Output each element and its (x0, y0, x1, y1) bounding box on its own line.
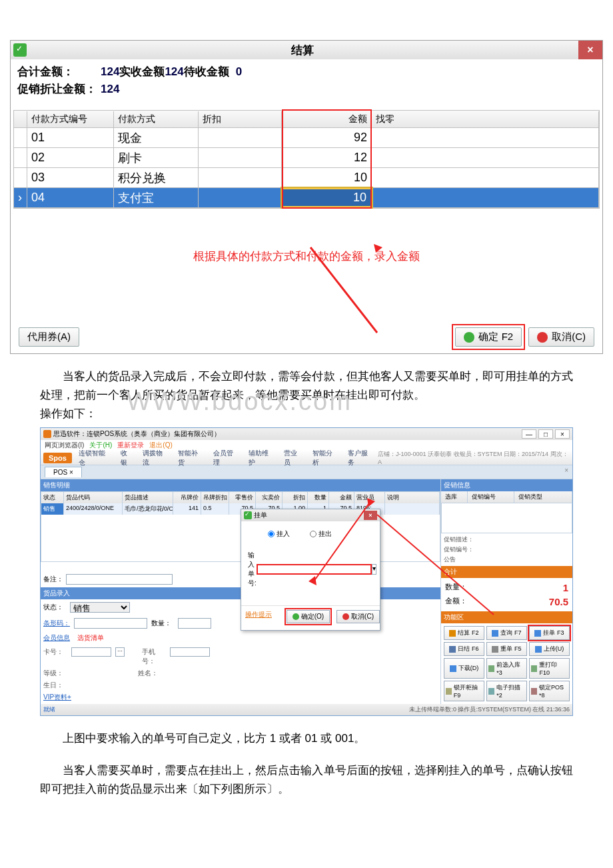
actual-label: 实收金额 (119, 65, 165, 78)
hold-ok-button[interactable]: 确定(O) (287, 610, 330, 623)
tab-close-icon[interactable]: × (564, 467, 568, 474)
yen-icon (449, 630, 456, 637)
fn-redo[interactable]: 重单 F5 (486, 642, 527, 656)
function-grid: 结算 F2 查询 F7 挂单 F3 日结 F6 重单 F5 上传(U) 下载(D… (441, 623, 572, 704)
hold-number-input[interactable] (257, 564, 372, 575)
scan-icon (488, 688, 494, 695)
sale-header: 销售明细 (41, 479, 440, 491)
promo-header: 促销信息 (441, 479, 572, 491)
fn-settle[interactable]: 结算 F2 (444, 626, 484, 640)
paragraph-1: 当客人的货品录入完成后，不会立即付款，需等会付款，但其他客人又需要买单时，即可用… (40, 367, 573, 405)
nav-item[interactable]: 智能分析 (308, 447, 342, 469)
pos-window: 思迅软件：连锁POS系统（奥泰（商业）集团有限公司） — □ × 网页浏览器(I… (40, 427, 573, 716)
radio-hold-in[interactable]: 挂入 (268, 529, 290, 539)
pos-logo: Spos (43, 453, 72, 463)
total-header: 合计 (441, 566, 572, 578)
member-grid: 卡号：⋯ 手机号： 等级： 姓名： 生日： (41, 645, 440, 693)
total-label: 合计金额： (17, 65, 74, 78)
fn-download[interactable]: 下载(D) (444, 658, 484, 679)
fn-scan[interactable]: 电子扫描 *2 (486, 681, 527, 701)
lookup-icon[interactable]: ⋯ (115, 647, 125, 657)
hold-title: 挂单 (254, 511, 267, 520)
col-code: 付款方式编号 (27, 111, 114, 127)
nav-item[interactable]: 调拨物流 (139, 447, 173, 469)
fn-instock[interactable]: 前选入库 *3 (486, 658, 527, 679)
hold-close-button[interactable]: × (364, 511, 377, 520)
nav-item[interactable]: 会员管理 (209, 447, 243, 469)
phone-input[interactable] (170, 647, 210, 657)
download-icon (450, 665, 456, 672)
svg-marker-1 (374, 244, 382, 253)
paragraph-3: 当客人需要买单时，需要点在挂出上，然后点击输入单号后面的按钮，选择刚挂入的单号，… (40, 761, 573, 799)
nav-item[interactable]: 营业员 (280, 447, 307, 469)
drawer-icon (446, 688, 452, 695)
remarks-input[interactable] (66, 574, 173, 585)
pos-window-title: 思迅软件：连锁POS系统（奥泰（商业）集团有限公司） (53, 429, 221, 439)
promo-label: 促销折让金额： (17, 83, 97, 95)
upload-icon (535, 646, 542, 653)
promo-list (441, 503, 572, 533)
fn-lock[interactable]: 锁定POS *8 (529, 681, 570, 701)
pending-label: 待收金额 (184, 65, 236, 78)
app-icon (43, 430, 51, 438)
vip-link[interactable]: VIP资料+ (41, 693, 440, 702)
status-select[interactable]: 销售 (70, 602, 130, 613)
col-change: 找零 (372, 111, 599, 127)
hold-icon (534, 630, 541, 637)
hold-dialog: 挂单 × 挂入 挂出 输入单号: ▾ (241, 509, 380, 631)
close-button[interactable]: × (578, 41, 602, 59)
settlement-titlebar: 结算 × (11, 41, 602, 59)
tab-member-info[interactable]: 会员信息 (43, 634, 70, 641)
status-ready: 就绪 (43, 705, 55, 714)
checkmark-icon (13, 43, 27, 57)
window-close-button[interactable]: × (555, 429, 570, 439)
fn-query[interactable]: 查询 F7 (486, 626, 527, 640)
pos-window-titlebar: 思迅软件：连锁POS系统（奥泰（商业）集团有限公司） — □ × (41, 428, 572, 440)
settlement-dialog: 结算 × 合计金额： 促销折让金额： 124 124 实收金额 124 待收金额… (10, 40, 603, 354)
amt-total: 70.5 (549, 596, 568, 607)
fn-hold[interactable]: 挂单 F3 (529, 626, 570, 640)
tab-pick-list[interactable]: 选货清单 (77, 634, 104, 641)
minimize-button[interactable]: — (522, 429, 536, 439)
check-icon (293, 613, 299, 620)
payment-row[interactable]: 01 现金 92 (14, 128, 599, 148)
nav-item[interactable]: 辅助维护 (245, 447, 279, 469)
hold-help-link[interactable]: 操作提示 (245, 610, 272, 623)
card-input[interactable] (71, 647, 111, 657)
tab-pos[interactable]: POS × (45, 467, 82, 477)
dropdown-icon[interactable]: ▾ (372, 564, 376, 575)
promo-columns: 选库 促销编号 促销类型 (441, 491, 572, 503)
hold-titlebar: 挂单 × (241, 509, 380, 521)
fn-daily[interactable]: 日结 F6 (444, 642, 484, 656)
nav-item[interactable]: 收银 (117, 447, 137, 469)
col-discount: 折扣 (199, 111, 282, 127)
promo-value: 124 (97, 83, 119, 95)
hold-cancel-button[interactable]: 取消(C) (336, 610, 380, 623)
hold-input-label: 输入单号: (248, 551, 257, 588)
nav-item[interactable]: 智能补货 (174, 447, 208, 469)
nav-item[interactable]: 连锁智能仓 (75, 447, 115, 469)
status-label: 状态： (43, 603, 66, 612)
printer-icon (531, 665, 537, 672)
radio-hold-out[interactable]: 挂出 (310, 529, 332, 539)
search-icon (492, 630, 498, 637)
lock-icon (531, 688, 537, 695)
maximize-button[interactable]: □ (538, 429, 553, 439)
payment-header-row: 付款方式编号 付款方式 折扣 金额 找零 (14, 111, 599, 128)
settlement-title: 结算 (27, 43, 578, 58)
actual-value: 124 (165, 65, 183, 78)
fn-drawer[interactable]: 锁开柜抽 F9 (444, 681, 484, 701)
annotation-line: 根据具体的付款方式和付款的金额，录入金额 (11, 249, 602, 315)
remarks-label: 备注： (43, 575, 63, 584)
qty-input[interactable] (178, 618, 211, 629)
box-icon (488, 665, 494, 672)
barcode-label[interactable]: 条形码： (43, 619, 70, 628)
barcode-input[interactable] (74, 618, 147, 629)
fn-reprint[interactable]: 重打印 F10 (529, 658, 570, 679)
fn-upload[interactable]: 上传(U) (529, 642, 570, 656)
nav-item[interactable]: 客户服务 (344, 447, 378, 469)
total-value: 124 (97, 65, 119, 78)
pos-info: 店铺：J-100-0001 沃泰朝泰 收银员：SYSTEM 日期：2015/7/… (378, 450, 572, 465)
qty-total: 1 (563, 582, 568, 593)
calendar-icon (449, 646, 456, 653)
